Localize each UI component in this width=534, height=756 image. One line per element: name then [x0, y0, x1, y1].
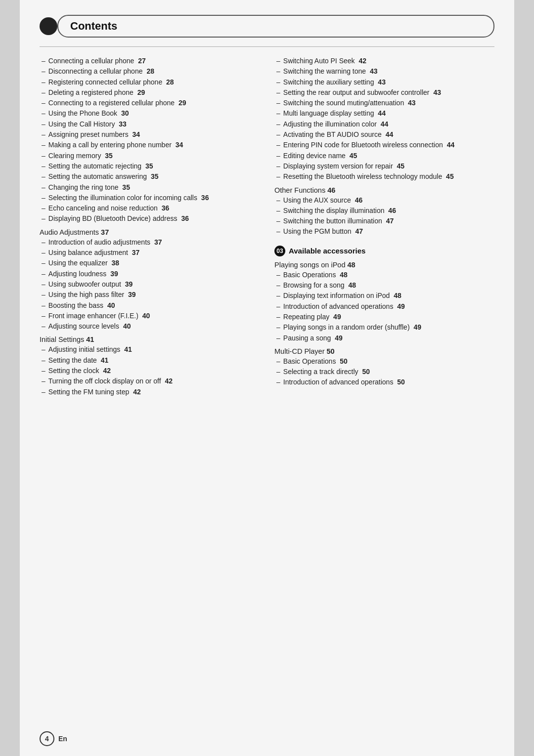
toc-text: Turning the off clock display on or off … — [48, 376, 260, 386]
toc-item: –Using the high pass filter 39 — [40, 290, 260, 299]
toc-text: Using subwoofer output 39 — [48, 279, 260, 289]
toc-page-num: 43 — [433, 88, 441, 96]
toc-text: Setting the automatic rejecting 35 — [48, 161, 260, 171]
toc-item: –Repeating play 49 — [274, 312, 494, 322]
toc-text: Browsing for a song 48 — [283, 280, 494, 290]
toc-item: –Basic Operations 48 — [274, 270, 494, 280]
toc-page-num: 37 — [154, 238, 162, 246]
toc-text: Using the high pass filter 39 — [48, 290, 260, 299]
toc-item: –Playing songs in a random order (shuffl… — [274, 322, 494, 332]
toc-item: –Setting the date 41 — [40, 355, 260, 365]
contents-header: Contents — [40, 15, 494, 38]
toc-text: Connecting to a registered cellular phon… — [48, 98, 260, 108]
toc-item: –Introduction of audio adjustments 37 — [40, 237, 260, 247]
toc-page-num: 35 — [151, 172, 159, 180]
toc-text: Displaying BD (Bluetooth Device) address… — [48, 213, 260, 223]
toc-dash: – — [42, 387, 45, 397]
toc-text: Entering PIN code for Bluetooth wireless… — [283, 140, 494, 150]
right-column: –Switching Auto PI Seek 42–Switching the… — [274, 56, 494, 397]
toc-text: Switching the auxiliary setting 43 — [283, 77, 494, 87]
toc-page-num: 35 — [105, 152, 113, 160]
toc-item: –Using balance adjustment 37 — [40, 248, 260, 257]
toc-item: –Setting the clock 42 — [40, 366, 260, 376]
toc-text: Resetting the Bluetooth wireless technol… — [283, 171, 494, 181]
toc-page-num: 34 — [176, 141, 183, 149]
toc-page-num: 47 — [386, 217, 394, 225]
toc-dash: – — [276, 322, 280, 332]
toc-dash: – — [42, 279, 45, 289]
toc-item: –Switching Auto PI Seek 42 — [274, 56, 494, 66]
toc-item: –Using the Call History 33 — [40, 119, 260, 129]
toc-text: Echo canceling and noise reduction 36 — [48, 203, 260, 213]
toc-page-num: 43 — [378, 78, 386, 86]
toc-text: Connecting a cellular phone 27 — [48, 56, 260, 66]
toc-text: Introduction of audio adjustments 37 — [48, 237, 260, 247]
circle-num: 03 — [274, 246, 285, 256]
toc-text: Pausing a song 49 — [283, 333, 494, 343]
toc-text: Editing device name 45 — [283, 151, 494, 161]
toc-dash: – — [42, 321, 45, 331]
toc-dash: – — [276, 66, 280, 76]
toc-item: –Clearing memory 35 — [40, 151, 260, 161]
toc-text: Introduction of advanced operations 50 — [283, 377, 494, 387]
toc-page-num: 36 — [201, 194, 209, 202]
toc-text: Switching the display illumination 46 — [283, 206, 494, 215]
toc-text: Displaying text information on iPod 48 — [283, 291, 494, 300]
toc-page-num: 40 — [123, 322, 131, 330]
toc-item: –Echo canceling and noise reduction 36 — [40, 203, 260, 213]
toc-item: –Adjusting initial settings 41 — [40, 344, 260, 354]
toc-dash: – — [276, 171, 280, 181]
toc-dash: – — [42, 258, 45, 268]
toc-dash: – — [42, 366, 45, 376]
toc-dash: – — [276, 356, 280, 366]
toc-page-num: 40 — [142, 312, 150, 320]
toc-item: –Editing device name 45 — [274, 151, 494, 161]
toc-dash: – — [42, 56, 45, 66]
toc-item: –Disconnecting a cellular phone 28 — [40, 66, 260, 76]
toc-page-num: 43 — [370, 67, 378, 75]
toc-page-num: 27 — [138, 57, 146, 65]
toc-page-num: 29 — [178, 99, 186, 107]
toc-item: –Pausing a song 49 — [274, 333, 494, 343]
toc-text: Setting the automatic answering 35 — [48, 171, 260, 181]
toc-item: –Adjusting the illumination color 44 — [274, 119, 494, 129]
toc-page-num: 37 — [132, 249, 140, 256]
toc-dash: – — [42, 171, 45, 181]
section-page-num: 50 — [327, 347, 335, 355]
toc-text: Adjusting source levels 40 — [48, 321, 260, 331]
toc-page-num: 42 — [358, 57, 366, 65]
toc-dash: – — [276, 87, 280, 97]
toc-item: –Switching the display illumination 46 — [274, 206, 494, 215]
toc-item: –Displaying text information on iPod 48 — [274, 291, 494, 300]
page-number: 4 — [45, 735, 49, 743]
toc-dash: – — [42, 290, 45, 299]
toc-dash: – — [42, 151, 45, 161]
toc-item: –Switching the warning tone 43 — [274, 66, 494, 76]
toc-dash: – — [276, 77, 280, 87]
toc-dash: – — [42, 129, 45, 139]
toc-item: –Setting the automatic rejecting 35 — [40, 161, 260, 171]
toc-dash: – — [42, 300, 45, 310]
toc-item: –Connecting a cellular phone 27 — [40, 56, 260, 66]
toc-page-num: 44 — [378, 109, 386, 117]
toc-item: –Front image enhancer (F.I.E.) 40 — [40, 311, 260, 321]
toc-dash: – — [42, 376, 45, 386]
toc-item: –Displaying system version for repair 45 — [274, 161, 494, 171]
toc-item: –Setting the automatic answering 35 — [40, 171, 260, 181]
toc-item: –Using the equalizer 38 — [40, 258, 260, 268]
toc-item: –Activating the BT AUDIO source 44 — [274, 129, 494, 139]
toc-text: Basic Operations 50 — [283, 356, 494, 366]
toc-text: Selecting a track directly 50 — [283, 367, 494, 377]
toc-text: Using the Phone Book 30 — [48, 108, 260, 118]
toc-item: –Selecting the illumination color for in… — [40, 193, 260, 203]
toc-dash: – — [42, 77, 45, 87]
toc-dash: – — [276, 140, 280, 150]
toc-page-num: 47 — [355, 227, 363, 235]
toc-dash: – — [276, 56, 280, 66]
toc-page-num: 35 — [122, 183, 130, 191]
toc-dash: – — [42, 108, 45, 118]
toc-text: Boosting the bass 40 — [48, 300, 260, 310]
toc-item: –Assigning preset numbers 34 — [40, 129, 260, 139]
section-page-num: 46 — [327, 186, 335, 194]
toc-text: Changing the ring tone 35 — [48, 182, 260, 192]
